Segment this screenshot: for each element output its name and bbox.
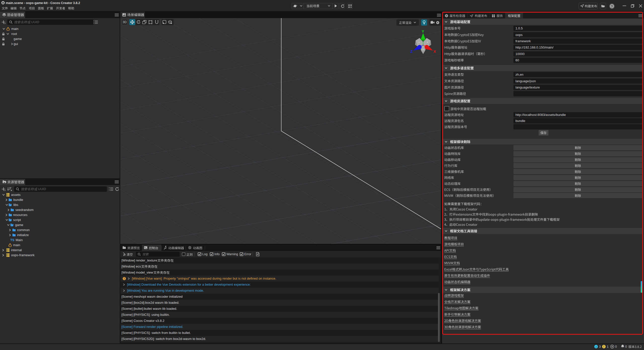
svg-text:?: ? xyxy=(611,5,613,8)
svg-text:X: X xyxy=(433,49,436,54)
svg-text:Y: Y xyxy=(422,29,424,33)
svg-text:Z: Z xyxy=(410,49,413,54)
